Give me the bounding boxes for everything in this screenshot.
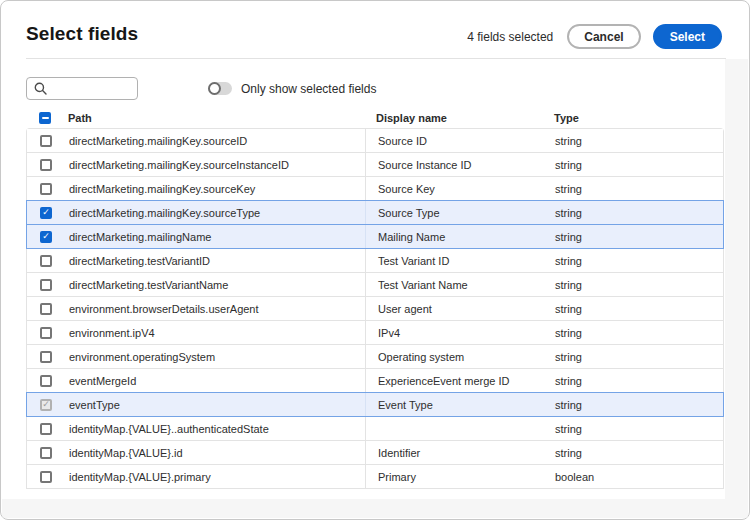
cancel-button[interactable]: Cancel xyxy=(567,24,640,49)
row-checkbox-cell xyxy=(27,183,69,195)
row-type: string xyxy=(555,183,723,195)
row-type: string xyxy=(555,135,723,147)
row-type: string xyxy=(555,375,723,387)
row-display-name: Identifier xyxy=(365,441,555,464)
row-type: string xyxy=(555,351,723,363)
row-path: identityMap.{VALUE}.primary xyxy=(69,471,365,483)
row-checkbox[interactable] xyxy=(40,399,52,411)
row-display-name: Primary xyxy=(365,465,555,488)
row-type: string xyxy=(555,159,723,171)
select-button[interactable]: Select xyxy=(653,24,722,49)
row-checkbox-cell xyxy=(27,231,69,243)
table-row[interactable]: directMarketing.testVariantID Test Varia… xyxy=(26,248,724,273)
row-path: environment.browserDetails.userAgent xyxy=(69,303,365,315)
table-row[interactable]: directMarketing.mailingKey.sourceID Sour… xyxy=(26,128,724,153)
row-display-name: User agent xyxy=(365,297,555,320)
row-checkbox[interactable] xyxy=(40,183,52,195)
row-display-name xyxy=(365,417,555,440)
row-display-name: Source Key xyxy=(365,177,555,200)
row-display-name: Event Type xyxy=(365,393,555,416)
row-path: directMarketing.mailingName xyxy=(69,231,365,243)
table-body: directMarketing.mailingKey.sourceID Sour… xyxy=(26,128,724,498)
select-all-checkbox[interactable] xyxy=(39,112,51,124)
header-checkbox-cell xyxy=(26,112,68,124)
dialog-actions: 4 fields selected Cancel Select xyxy=(467,24,722,49)
row-display-name: Operating system xyxy=(365,345,555,368)
title-divider xyxy=(26,58,726,59)
row-checkbox[interactable] xyxy=(40,303,52,315)
row-path: identityMap.{VALUE}..authenticatedState xyxy=(69,423,365,435)
column-header-type: Type xyxy=(554,112,724,124)
row-type: string xyxy=(555,423,723,435)
row-checkbox[interactable] xyxy=(40,159,52,171)
row-type: string xyxy=(555,303,723,315)
search-input[interactable] xyxy=(47,78,137,99)
row-display-name: Mailing Name xyxy=(365,225,555,248)
search-box[interactable] xyxy=(26,77,138,100)
row-checkbox[interactable] xyxy=(40,423,52,435)
row-path: directMarketing.testVariantName xyxy=(69,279,365,291)
row-checkbox-cell xyxy=(27,471,69,483)
row-checkbox[interactable] xyxy=(40,279,52,291)
row-checkbox-cell xyxy=(27,399,69,411)
row-path: directMarketing.mailingKey.sourceID xyxy=(69,135,365,147)
table-row[interactable]: directMarketing.mailingKey.sourceInstanc… xyxy=(26,152,724,177)
row-checkbox[interactable] xyxy=(40,351,52,363)
row-checkbox-cell xyxy=(27,279,69,291)
table-row[interactable]: identityMap.{VALUE}..authenticatedState … xyxy=(26,416,724,441)
table-row[interactable]: identityMap.{VALUE}.id Identifier string xyxy=(26,440,724,465)
row-checkbox[interactable] xyxy=(40,255,52,267)
row-checkbox-cell xyxy=(27,303,69,315)
row-path: directMarketing.testVariantID xyxy=(69,255,365,267)
row-type: string xyxy=(555,447,723,459)
table-row[interactable]: environment.ipV4 IPv4 string xyxy=(26,320,724,345)
table-row[interactable]: eventMergeId ExperienceEvent merge ID st… xyxy=(26,368,724,393)
row-checkbox[interactable] xyxy=(40,471,52,483)
row-path: environment.operatingSystem xyxy=(69,351,365,363)
table-row[interactable]: identityMap.{VALUE}.primary Primary bool… xyxy=(26,464,724,489)
scroll-gutter-right xyxy=(725,59,748,518)
column-header-display-name: Display name xyxy=(364,107,554,128)
row-checkbox-cell xyxy=(27,255,69,267)
row-path: environment.ipV4 xyxy=(69,327,365,339)
selected-count-label: 4 fields selected xyxy=(467,30,553,44)
table-row[interactable]: directMarketing.mailingName Mailing Name… xyxy=(26,224,724,249)
table-row[interactable]: directMarketing.mailingKey.sourceType So… xyxy=(26,200,724,225)
table-row[interactable]: directMarketing.testVariantName Test Var… xyxy=(26,272,724,297)
row-display-name: Source Type xyxy=(365,201,555,224)
row-checkbox-cell xyxy=(27,447,69,459)
toggle-knob xyxy=(208,82,221,95)
table-row[interactable]: directMarketing.mailingKey.sourceKey Sou… xyxy=(26,176,724,201)
row-checkbox-cell xyxy=(27,159,69,171)
row-checkbox-cell xyxy=(27,135,69,147)
row-checkbox-cell xyxy=(27,423,69,435)
fields-table: Path Display name Type directMarketing.m… xyxy=(26,107,724,498)
only-selected-toggle[interactable] xyxy=(208,82,232,95)
search-icon xyxy=(34,82,47,95)
table-row[interactable]: environment.operatingSystem Operating sy… xyxy=(26,344,724,369)
row-display-name: Test Variant ID xyxy=(365,249,555,272)
row-checkbox-cell xyxy=(27,207,69,219)
row-path: eventType xyxy=(69,399,365,411)
row-display-name: Test Variant Name xyxy=(365,273,555,296)
row-checkbox[interactable] xyxy=(40,231,52,243)
column-header-path: Path xyxy=(68,112,364,124)
row-checkbox[interactable] xyxy=(40,375,52,387)
row-type: string xyxy=(555,279,723,291)
row-checkbox-cell xyxy=(27,327,69,339)
row-type: string xyxy=(555,327,723,339)
row-checkbox[interactable] xyxy=(40,135,52,147)
row-checkbox[interactable] xyxy=(40,447,52,459)
row-checkbox[interactable] xyxy=(40,207,52,219)
row-type: string xyxy=(555,207,723,219)
row-display-name: IPv4 xyxy=(365,321,555,344)
row-checkbox[interactable] xyxy=(40,327,52,339)
row-type: string xyxy=(555,399,723,411)
row-checkbox-cell xyxy=(27,375,69,387)
table-row[interactable]: eventType Event Type string xyxy=(26,392,724,417)
table-row[interactable]: environment.browserDetails.userAgent Use… xyxy=(26,296,724,321)
only-selected-toggle-group: Only show selected fields xyxy=(208,77,376,100)
row-display-name: Source Instance ID xyxy=(365,153,555,176)
row-path: directMarketing.mailingKey.sourceKey xyxy=(69,183,365,195)
row-path: eventMergeId xyxy=(69,375,365,387)
